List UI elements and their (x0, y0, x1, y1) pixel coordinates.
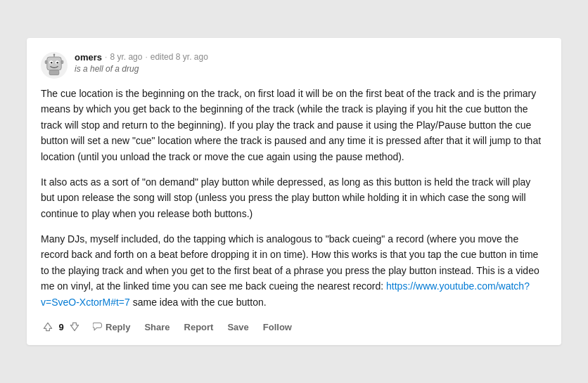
vote-count: 9 (58, 322, 65, 332)
comment-card: omers · 8 yr. ago · edited 8 yr. ago is … (27, 38, 561, 345)
comment-header: omers · 8 yr. ago · edited 8 yr. ago is … (41, 52, 544, 79)
follow-button[interactable]: Follow (260, 320, 295, 334)
report-label: Report (184, 322, 214, 332)
user-flair: is a hell of a drug (75, 64, 208, 74)
upvote-icon (42, 321, 53, 332)
svg-rect-9 (61, 60, 63, 63)
avatar (41, 52, 68, 79)
separator-dot: · (105, 52, 107, 62)
reply-icon (93, 322, 103, 332)
svg-rect-8 (45, 60, 47, 63)
paragraph-1: The cue location is the beginning on the… (41, 86, 544, 164)
follow-label: Follow (263, 322, 292, 332)
report-button[interactable]: Report (181, 320, 217, 334)
vote-group: 9 (41, 320, 82, 334)
downvote-icon (69, 321, 80, 332)
separator-dot2: · (145, 52, 147, 62)
comment-username[interactable]: omers (75, 52, 102, 63)
share-label: Share (144, 322, 170, 332)
downvote-button[interactable] (68, 320, 82, 334)
share-button[interactable]: Share (141, 320, 172, 334)
comment-timestamp: 8 yr. ago (110, 52, 142, 62)
reply-label: Reply (106, 322, 130, 332)
reply-button[interactable]: Reply (90, 320, 133, 334)
edited-label: edited 8 yr. ago (151, 52, 208, 62)
paragraph-3-suffix: same idea with the cue button. (130, 297, 267, 308)
comment-actions: 9 Reply Share Report Save Fol (41, 320, 544, 334)
paragraph-2: It also acts as a sort of "on demand" pl… (41, 174, 544, 221)
comment-meta: omers · 8 yr. ago · edited 8 yr. ago is … (75, 52, 208, 74)
svg-rect-7 (49, 70, 59, 75)
upvote-button[interactable] (41, 320, 55, 334)
paragraph-3: Many DJs, myself included, do the tappin… (41, 231, 544, 310)
svg-point-6 (53, 53, 56, 56)
save-label: Save (227, 322, 248, 332)
svg-point-3 (51, 62, 53, 64)
svg-point-4 (56, 62, 58, 64)
save-button[interactable]: Save (224, 320, 251, 334)
comment-body: The cue location is the beginning on the… (41, 86, 544, 310)
